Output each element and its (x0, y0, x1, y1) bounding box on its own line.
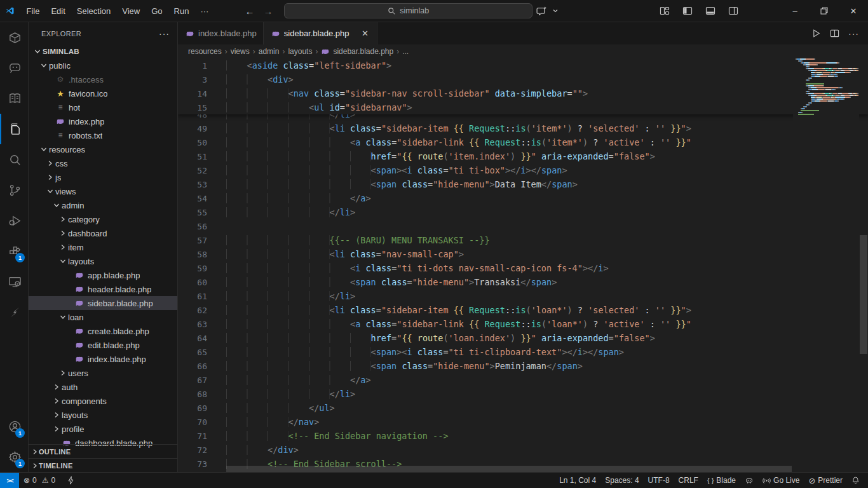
extensions-icon[interactable]: 1 (0, 236, 29, 266)
tree-file-create-blade-php[interactable]: create.blade.php (29, 324, 177, 338)
minimap[interactable] (793, 58, 859, 472)
code-line-57[interactable]: 57 {{-- (BARU) MENU TRANSAKSI --}} (178, 233, 868, 247)
source-control-icon[interactable] (0, 175, 29, 205)
chevron-down-icon[interactable] (550, 3, 560, 19)
tree-folder-loan[interactable]: loan (29, 310, 177, 324)
toggle-primary-sidebar-icon[interactable] (679, 3, 696, 19)
vertical-scrollbar[interactable] (859, 58, 868, 472)
breadcrumb-item[interactable]: ... (402, 47, 409, 56)
breadcrumb-item[interactable]: resources (188, 47, 222, 56)
toggle-secondary-sidebar-icon[interactable] (724, 3, 742, 19)
tree-file-hot[interactable]: ≡hot (29, 100, 177, 114)
tree-folder-js[interactable]: js (29, 170, 177, 184)
code-line-15[interactable]: 15 <ul id="sidebarnav"> (178, 100, 868, 114)
tree-folder-siminlab[interactable]: SIMINLAB (29, 44, 177, 58)
tree-folder-views[interactable]: views (29, 184, 177, 198)
section-timeline[interactable]: TIMELINE (29, 458, 177, 472)
tab-sidebar-blade-php[interactable]: sidebar.blade.php✕ (264, 22, 378, 44)
code-line-51[interactable]: 51 href="{{ route('item.index') }}" aria… (178, 149, 868, 163)
chat-icon[interactable] (0, 53, 29, 83)
code-line-63[interactable]: 63 <a class="sidebar-link {{ Request::is… (178, 317, 868, 331)
code-line-50[interactable]: 50 <a class="sidebar-link {{ Request::is… (178, 135, 868, 149)
code-line-65[interactable]: 65 <span><i class="ti ti-clipboard-text"… (178, 345, 868, 359)
code-line-69[interactable]: 69 </ul> (178, 401, 868, 415)
tree-file-robots-txt[interactable]: ≡robots.txt (29, 128, 177, 142)
menu-run[interactable]: Run (168, 4, 195, 18)
tree-file-edit-blade-php[interactable]: edit.blade.php (29, 338, 177, 352)
explorer-icon[interactable] (0, 114, 29, 144)
code-line-3[interactable]: 3 <div> (178, 72, 868, 86)
split-editor-icon[interactable] (830, 29, 839, 38)
tab-index-blade-php[interactable]: index.blade.php (178, 22, 264, 44)
close-tab-icon[interactable]: ✕ (359, 28, 370, 39)
code-line-71[interactable]: 71 <!-- End Sidebar navigation --> (178, 429, 868, 443)
window-minimize-button[interactable]: – (780, 0, 810, 22)
breadcrumb-item[interactable]: layouts (288, 47, 312, 56)
code-line-55[interactable]: 55 </li> (178, 205, 868, 219)
tree-folder-category[interactable]: category (29, 212, 177, 226)
remote-indicator-button[interactable]: >< (0, 473, 19, 488)
code-line-1[interactable]: 1 <aside class="left-sidebar"> (178, 58, 868, 72)
s-brand-icon[interactable] (0, 297, 29, 327)
copilot-menu-icon[interactable] (532, 3, 550, 19)
accounts-icon[interactable]: 1 (0, 411, 29, 442)
code-line-60[interactable]: 60 <span class="hide-menu">Transaksi</sp… (178, 275, 868, 289)
code-line-66[interactable]: 66 <span class="hide-menu">Peminjaman</s… (178, 359, 868, 373)
code-line-54[interactable]: 54 </a> (178, 191, 868, 205)
remote-preview-icon[interactable] (0, 266, 29, 297)
menu-[interactable]: ··· (194, 4, 214, 18)
toggle-panel-icon[interactable] (702, 3, 719, 19)
tree-folder-layouts[interactable]: layouts (29, 254, 177, 268)
tree-file-index-blade-php[interactable]: index.blade.php (29, 352, 177, 366)
tree-file-header-blade-php[interactable]: header.blade.php (29, 282, 177, 296)
code-line-49[interactable]: 49 <li class="sidebar-item {{ Request::i… (178, 121, 868, 135)
horizontal-scrollbar[interactable] (226, 466, 792, 472)
code-line-52[interactable]: 52 <span><i class="ti ti-box"></i></span… (178, 163, 868, 177)
code-line-14[interactable]: 14 <nav class="sidebar-nav scroll-sideba… (178, 86, 868, 100)
menu-edit[interactable]: Edit (45, 4, 71, 18)
tree-folder-css[interactable]: css (29, 156, 177, 170)
code-line-64[interactable]: 64 href="{{ route('loan.index') }}" aria… (178, 331, 868, 345)
package-icon[interactable] (0, 22, 29, 53)
tree-folder-resources[interactable]: resources (29, 142, 177, 156)
problems-button[interactable]: ⊗0 ⚠0 (19, 473, 60, 488)
tree-folder-users[interactable]: users (29, 366, 177, 380)
status-prettier[interactable]: ⊘Prettier (804, 473, 847, 488)
status-cursor-position[interactable]: Ln 1, Col 4 (555, 473, 600, 488)
tree-file-favicon-ico[interactable]: ★favicon.ico (29, 86, 177, 100)
search-icon[interactable] (0, 144, 29, 175)
tree-folder-public[interactable]: public (29, 58, 177, 72)
customize-layout-icon[interactable] (656, 3, 674, 19)
tree-folder-components[interactable]: components (29, 394, 177, 408)
status-notifications[interactable] (847, 473, 864, 488)
code-line-62[interactable]: 62 <li class="sidebar-item {{ Request::i… (178, 303, 868, 317)
run-file-icon[interactable] (811, 29, 821, 38)
tree-folder-admin[interactable]: admin (29, 198, 177, 212)
breadcrumb-item[interactable]: views (231, 47, 250, 56)
code-line-59[interactable]: 59 <i class="ti ti-dots nav-small-cap-ic… (178, 261, 868, 275)
nav-forward-button[interactable]: → (263, 6, 273, 17)
command-center-search[interactable]: siminlab (284, 3, 532, 18)
status-copilot[interactable] (740, 473, 758, 488)
tree-folder-auth[interactable]: auth (29, 380, 177, 394)
breadcrumb-item[interactable]: sidebar.blade.php (333, 47, 393, 56)
menu-file[interactable]: File (20, 4, 45, 18)
book-icon[interactable] (0, 83, 29, 114)
tree-folder-item[interactable]: item (29, 240, 177, 254)
code-line-67[interactable]: 67 </a> (178, 373, 868, 387)
code-line-58[interactable]: 58 <li class="nav-small-cap"> (178, 247, 868, 261)
status-indentation[interactable]: Spaces: 4 (600, 473, 643, 488)
status-language-mode[interactable]: { }Blade (703, 473, 740, 488)
tree-file-app-blade-php[interactable]: app.blade.php (29, 268, 177, 282)
menu-go[interactable]: Go (146, 4, 168, 18)
run-debug-icon[interactable] (0, 205, 29, 236)
editor-more-actions-icon[interactable]: ··· (848, 29, 859, 39)
tree-file-index-php[interactable]: index.php (29, 114, 177, 128)
status-go-live[interactable]: Go Live (758, 473, 804, 488)
code-editor[interactable]: 1 <aside class="left-sidebar">3 <div>14 … (178, 58, 868, 472)
lightning-icon[interactable] (60, 473, 79, 488)
code-line-61[interactable]: 61 </li> (178, 289, 868, 303)
section-outline[interactable]: OUTLINE (29, 444, 177, 458)
window-close-button[interactable]: ✕ (839, 0, 868, 22)
tree-file-sidebar-blade-php[interactable]: sidebar.blade.php (29, 296, 177, 310)
